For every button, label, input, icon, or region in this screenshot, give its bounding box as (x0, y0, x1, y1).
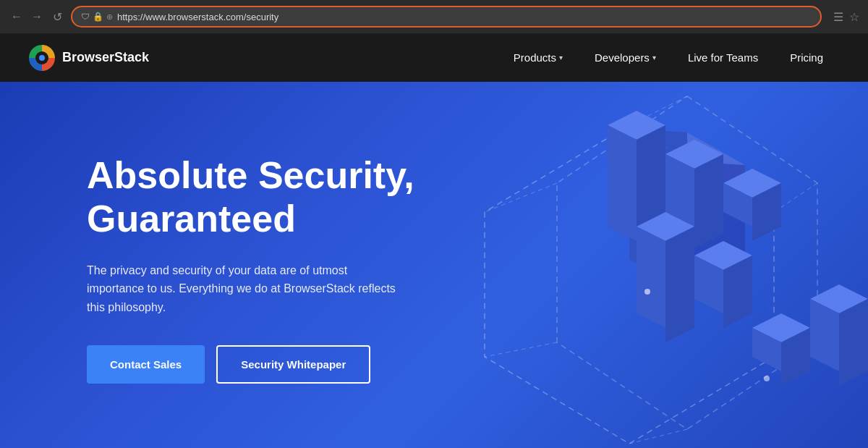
products-chevron-icon: ▾ (559, 54, 563, 62)
hero-subtitle: The privacy and security of your data ar… (87, 261, 398, 317)
hero-title: Absolute Security, Guaranteed (87, 154, 414, 241)
security-whitepaper-button[interactable]: Security Whitepaper (216, 345, 370, 384)
nav-pricing-label: Pricing (790, 51, 823, 64)
browser-nav-buttons: ← → ↺ (9, 9, 65, 25)
reload-button[interactable]: ↺ (49, 9, 65, 25)
nav-links: Products ▾ Developers ▾ Live for Teams P… (498, 33, 839, 82)
hero-buttons: Contact Sales Security Whitepaper (87, 345, 414, 384)
site-navigation: BrowserStack Products ▾ Developers ▾ Liv… (0, 33, 868, 82)
logo-dot (39, 55, 45, 61)
hero-title-line2: Guaranteed (87, 198, 296, 240)
browser-menu-icon[interactable]: ☰ (833, 10, 843, 24)
svg-point-34 (764, 376, 770, 381)
nav-products[interactable]: Products ▾ (498, 33, 579, 82)
contact-sales-button[interactable]: Contact Sales (87, 345, 205, 384)
svg-line-7 (485, 183, 557, 212)
svg-line-6 (485, 342, 557, 357)
nav-live-for-teams[interactable]: Live for Teams (672, 33, 774, 82)
hero-section: Absolute Security, Guaranteed The privac… (0, 82, 868, 448)
url-text: https://www.browserstack.com/security (117, 12, 812, 22)
logo-inner-circle (35, 51, 48, 64)
svg-marker-22 (637, 227, 665, 328)
hero-graphic (376, 82, 868, 448)
nav-developers-label: Developers (595, 51, 650, 64)
developers-chevron-icon: ▾ (652, 54, 656, 62)
svg-line-5 (629, 429, 687, 444)
browser-actions: ☰ ☆ (833, 10, 859, 24)
shield-icon: 🛡 (81, 12, 90, 22)
address-bar-security-icons: 🛡 🔒 ⊕ (81, 12, 113, 22)
svg-marker-17 (694, 154, 723, 248)
logo-area[interactable]: BrowserStack (29, 45, 149, 71)
nav-live-for-teams-label: Live for Teams (688, 51, 758, 64)
info-icon: ⊕ (106, 12, 113, 22)
forward-button[interactable]: → (29, 9, 45, 25)
svg-marker-13 (608, 125, 637, 241)
lock-icon: 🔒 (93, 12, 103, 22)
browserstack-logo-icon (29, 45, 55, 71)
nav-products-label: Products (514, 51, 556, 64)
nav-developers[interactable]: Developers ▾ (579, 33, 672, 82)
svg-marker-32 (839, 299, 868, 386)
nav-pricing[interactable]: Pricing (774, 33, 839, 82)
bookmark-icon[interactable]: ☆ (849, 10, 859, 24)
svg-marker-23 (665, 227, 694, 342)
logo-text: BrowserStack (62, 50, 149, 65)
browser-chrome: ← → ↺ 🛡 🔒 ⊕ https://www.browserstack.com… (0, 0, 868, 33)
address-bar[interactable]: 🛡 🔒 ⊕ https://www.browserstack.com/secur… (71, 6, 822, 28)
svg-point-33 (644, 289, 650, 295)
hero-content: Absolute Security, Guaranteed The privac… (87, 125, 414, 384)
back-button[interactable]: ← (9, 9, 25, 25)
hero-title-line1: Absolute Security, (87, 154, 414, 196)
